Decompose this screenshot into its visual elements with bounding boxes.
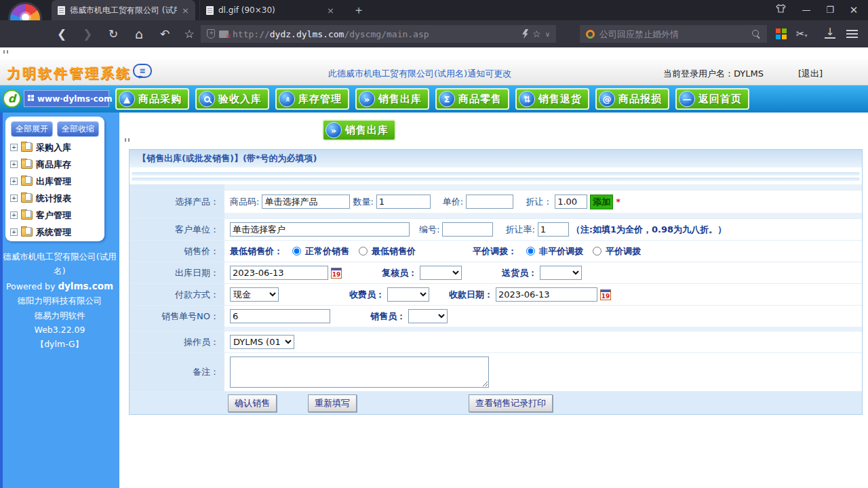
pay-date-input[interactable]: [496, 287, 597, 302]
blocked-image-icon[interactable]: [219, 30, 229, 38]
nav-item-purchase[interactable]: ▲商品采购: [115, 88, 189, 110]
page-icon: [58, 6, 65, 15]
order-no-input[interactable]: [230, 309, 330, 323]
nav-item-inventory[interactable]: »库存管理: [275, 88, 349, 110]
close-window-icon[interactable]: ✕: [842, 0, 865, 20]
expand-plus-icon[interactable]: +: [10, 228, 18, 236]
unit-price-input[interactable]: [466, 195, 513, 209]
nav-item-damage[interactable]: @商品报损: [595, 88, 669, 110]
rate-label: 折让率:: [505, 224, 534, 236]
flat-transfer-radio[interactable]: [593, 247, 601, 256]
minimize-icon[interactable]: —: [795, 0, 818, 20]
discount-label: 折让：: [526, 196, 552, 208]
lowest-price-radio[interactable]: [359, 247, 368, 256]
checker-select[interactable]: [420, 266, 462, 280]
calendar-icon[interactable]: 19: [331, 268, 342, 279]
search-box[interactable]: [580, 25, 767, 43]
footer-edition: 【dylm-G】: [3, 337, 117, 351]
bookmark-star-icon[interactable]: ☆: [532, 28, 541, 39]
restore-icon[interactable]: ❐: [818, 0, 842, 20]
product-code-input[interactable]: [262, 195, 350, 209]
browser-toolbar: ❮ ❯ ↻ ⌂ ↶ ☆ http://dydz.dylms.com/dyscmg…: [0, 20, 868, 47]
download-icon[interactable]: ↓: [825, 26, 835, 39]
add-product-button[interactable]: 添加: [590, 195, 613, 209]
calendar-icon[interactable]: 19: [600, 289, 611, 300]
expand-plus-icon[interactable]: +: [10, 144, 18, 151]
discount-input[interactable]: [555, 195, 587, 209]
payment-select[interactable]: 现金: [230, 287, 279, 302]
theme-shirt-icon[interactable]: [769, 0, 792, 20]
new-tab-button[interactable]: ＋: [350, 0, 368, 20]
row-remark: 备注：: [130, 352, 862, 391]
out-date-input[interactable]: [230, 266, 328, 280]
sales-out-icon: »: [326, 122, 342, 138]
customer-input[interactable]: [230, 222, 410, 237]
close-tab-icon[interactable]: ×: [182, 5, 189, 16]
favorites-star-icon[interactable]: ☆: [180, 20, 198, 47]
rate-input[interactable]: [538, 222, 569, 237]
nav-item-inspection[interactable]: 验收入库: [195, 88, 269, 110]
tab-image[interactable]: dl.gif (90×30) ×: [199, 0, 340, 20]
sidebar-item-reports[interactable]: +统计报表: [9, 190, 101, 207]
web-page: 力明软件管理系统 ≡ 此德威市机电工贸有限公司(试用名)通知可更改 当前登录用户…: [0, 47, 868, 488]
nav-item-returns[interactable]: ⇅销售退货: [515, 88, 589, 110]
search-icon[interactable]: [752, 30, 761, 39]
customer-no-input[interactable]: [442, 222, 493, 237]
reset-form-button[interactable]: 重新填写: [308, 394, 357, 412]
search-engine-icon: [586, 30, 595, 39]
chevron-down-icon[interactable]: ∨: [545, 30, 550, 38]
reload-icon[interactable]: ↻: [104, 20, 122, 47]
deliverer-label: 送货员：: [502, 267, 537, 279]
page-title-button[interactable]: » 销售出库: [322, 119, 396, 141]
expand-plus-icon[interactable]: +: [10, 161, 18, 168]
normal-price-radio[interactable]: [292, 247, 301, 256]
price-group-label: 最低销售价：: [230, 245, 283, 258]
tab-company[interactable]: 德威市机电工贸有限公司 (试用 ×: [52, 0, 195, 20]
apps-grid-icon[interactable]: [776, 28, 787, 39]
sidebar-item-stock[interactable]: +商品库存: [9, 156, 101, 173]
collapse-all-button[interactable]: 全部收缩: [57, 121, 99, 137]
lightning-icon[interactable]: [522, 29, 528, 39]
confirm-sale-button[interactable]: 确认销售: [228, 394, 277, 412]
returns-icon: ⇅: [519, 91, 535, 107]
sidebar-item-system[interactable]: +系统管理: [9, 224, 101, 241]
screenshot-scissors-icon[interactable]: ✂▾: [796, 20, 808, 47]
mini-grid-icon: [28, 95, 34, 102]
non-flat-transfer-radio[interactable]: [526, 247, 535, 256]
back-icon[interactable]: ❮: [53, 20, 71, 47]
sidebar-tree-panel: 全部展开 全部收缩 +采购入库 +商品库存 +出库管理 +统计报表 +客户管理 …: [5, 117, 104, 241]
expand-plus-icon[interactable]: +: [10, 211, 18, 219]
footer-version: Web3.22.09: [3, 323, 117, 337]
menu-icon[interactable]: [846, 30, 858, 38]
nav-item-sales-out[interactable]: »销售出库: [355, 88, 429, 110]
forward-icon[interactable]: ❯: [79, 20, 96, 47]
expand-all-button[interactable]: 全部展开: [11, 121, 53, 137]
sidebar-item-purchase-in[interactable]: +采购入库: [9, 139, 101, 156]
url-text[interactable]: http://dydz.dylms.com/dyscmg/main.asp: [233, 29, 518, 39]
address-bar[interactable]: http://dydz.dylms.com/dyscmg/main.asp ☆ …: [201, 25, 556, 43]
remark-textarea[interactable]: [230, 357, 489, 388]
unit-price-label: 单价:: [443, 196, 463, 208]
deliverer-select[interactable]: [540, 266, 582, 280]
operator-select[interactable]: DYLMS (01 ): [230, 335, 294, 349]
tab-title: dl.gif (90×30): [218, 5, 322, 15]
undo-icon[interactable]: ↶: [156, 20, 174, 47]
view-print-records-button[interactable]: 查看销售记录打印: [469, 394, 553, 412]
shield-icon[interactable]: [207, 29, 215, 39]
message-bubble-icon[interactable]: ≡: [133, 64, 152, 78]
cashier-select[interactable]: [387, 287, 429, 302]
expand-plus-icon[interactable]: +: [10, 195, 18, 202]
main-content: » 销售出库 【销售出库(或批发销售)】(带*号的为必填项) 选择产品： 商品码…: [119, 113, 868, 488]
logout-link[interactable]: [退出]: [798, 68, 823, 80]
nav-item-home[interactable]: —返回首页: [675, 88, 749, 110]
close-tab-icon[interactable]: ×: [327, 5, 334, 16]
rate-note: （注:如填1为全价，0.98为九八折。）: [572, 224, 726, 236]
sidebar-item-outbound[interactable]: +出库管理: [9, 173, 101, 190]
expand-plus-icon[interactable]: +: [10, 178, 18, 185]
seller-select[interactable]: [408, 309, 448, 323]
search-input[interactable]: [599, 29, 747, 39]
nav-item-retail[interactable]: Σ商品零售: [435, 88, 509, 110]
quantity-input[interactable]: [376, 195, 431, 209]
home-icon[interactable]: ⌂: [130, 20, 148, 47]
sidebar-item-customers[interactable]: +客户管理: [9, 207, 101, 224]
